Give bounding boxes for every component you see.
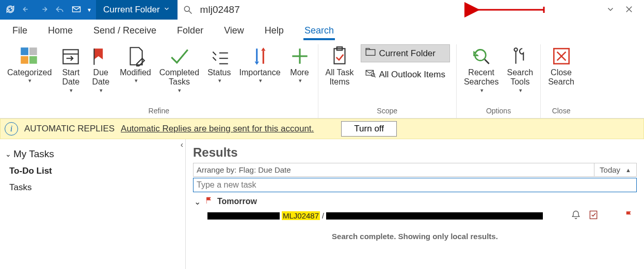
modified-button[interactable]: Modified▾: [117, 44, 154, 85]
tab-file[interactable]: File: [2, 20, 38, 41]
tab-view[interactable]: View: [214, 20, 254, 41]
categorized-icon: [19, 45, 40, 67]
svg-rect-9: [21, 56, 28, 64]
status-icon: [208, 45, 230, 67]
svg-rect-10: [29, 56, 37, 64]
results-heading: Results: [193, 143, 637, 163]
chevron-down-icon: [163, 5, 170, 15]
svg-point-1: [184, 6, 189, 11]
all-task-items-button[interactable]: All Task Items: [323, 44, 357, 88]
redacted-text: [207, 212, 280, 220]
tab-search[interactable]: Search: [294, 20, 344, 41]
svg-point-25: [372, 73, 375, 76]
task-row[interactable]: MLJ02487 /: [193, 209, 637, 223]
sync-icon[interactable]: [5, 4, 15, 16]
search-status-text: Search complete. Showing only local resu…: [193, 223, 637, 250]
due-date-button[interactable]: Due Date▾: [87, 44, 115, 94]
tools-icon: [509, 45, 531, 67]
info-icon: i: [5, 122, 18, 136]
qat-overflow-icon[interactable]: ▾: [88, 6, 91, 13]
notice-link[interactable]: Automatic Replies are being sent for thi…: [121, 124, 314, 134]
folder-icon: [365, 48, 376, 59]
annotation-arrow-icon: [472, 2, 549, 18]
close-search-button[interactable]: Close Search: [545, 44, 577, 88]
completed-tasks-button[interactable]: Completed Tasks▾: [156, 44, 202, 94]
turn-off-button[interactable]: Turn off: [341, 121, 397, 137]
new-task-input[interactable]: [197, 180, 633, 190]
start-date-icon: [60, 45, 82, 67]
group-label-close: Close: [552, 107, 571, 117]
svg-rect-0: [73, 7, 81, 12]
nav-header-my-tasks[interactable]: ⌄ My Tasks: [0, 145, 185, 163]
tab-help[interactable]: Help: [254, 20, 294, 41]
svg-rect-34: [590, 211, 597, 219]
notice-title: AUTOMATIC REPLIES: [24, 124, 115, 134]
more-icon: [289, 45, 311, 67]
tab-send-receive[interactable]: Send / Receive: [83, 20, 167, 41]
svg-rect-8: [29, 47, 37, 55]
categorized-button[interactable]: Categorized▾: [4, 44, 55, 85]
arrange-by-button[interactable]: Arrange by: Flag: Due Date: [194, 163, 594, 176]
clipboard-check-icon: [329, 45, 350, 67]
tab-home[interactable]: Home: [38, 20, 83, 41]
svg-rect-21: [334, 48, 345, 63]
nav-collapse-icon[interactable]: ‹: [181, 140, 183, 149]
group-label-scope: Scope: [377, 107, 397, 117]
svg-line-28: [485, 59, 489, 63]
reply-icon[interactable]: [55, 4, 65, 16]
due-date-icon: [90, 45, 111, 67]
tab-folder[interactable]: Folder: [167, 20, 214, 41]
modified-icon: [125, 45, 147, 67]
group-label-refine: Refine: [149, 107, 169, 117]
importance-icon: [249, 45, 271, 67]
flag-icon: [205, 196, 213, 207]
close-search-icon: [551, 45, 572, 67]
sort-asc-icon: ▲: [625, 167, 631, 173]
chevron-down-icon: ⌄: [5, 150, 11, 158]
arrange-sort-button[interactable]: Today ▲: [594, 163, 636, 176]
task-check-icon[interactable]: [588, 210, 599, 222]
menu-bar: File Home Send / Receive Folder View Hel…: [0, 20, 644, 41]
mail-icon[interactable]: [71, 4, 82, 16]
recent-searches-button[interactable]: Recent Searches▾: [461, 44, 502, 94]
start-date-button[interactable]: Start Date▾: [57, 44, 85, 94]
svg-point-29: [514, 48, 517, 51]
current-folder-button[interactable]: Current Folder: [361, 44, 450, 62]
svg-rect-23: [366, 49, 376, 55]
group-label-options: Options: [486, 107, 511, 117]
separator-text: /: [322, 212, 324, 220]
status-button[interactable]: Status▾: [204, 44, 234, 85]
search-tools-button[interactable]: Search Tools▾: [504, 44, 536, 94]
nav-item-tasks[interactable]: Tasks: [0, 179, 185, 196]
all-outlook-items-button[interactable]: All Outlook Items: [361, 65, 450, 83]
importance-button[interactable]: Importance▾: [236, 44, 284, 85]
recent-searches-icon: [471, 45, 492, 67]
search-scope-label: Current Folder: [103, 5, 160, 15]
redacted-text: [326, 212, 543, 220]
group-tomorrow[interactable]: ⌄ Tomorrow: [193, 192, 637, 209]
search-expand-icon[interactable]: [606, 5, 615, 15]
envelope-search-icon: [365, 69, 376, 80]
undo-icon[interactable]: [22, 4, 32, 16]
auto-reply-notice: i AUTOMATIC REPLIES Automatic Replies ar…: [0, 119, 644, 139]
svg-line-2: [189, 11, 191, 14]
search-icon: [183, 5, 193, 15]
chevron-down-icon: ⌄: [194, 197, 201, 207]
more-button[interactable]: More▾: [286, 44, 314, 85]
svg-line-26: [375, 76, 376, 77]
flag-icon[interactable]: [624, 210, 634, 221]
search-match-text: MLJ02487: [282, 211, 320, 220]
search-close-icon[interactable]: [624, 5, 634, 15]
svg-rect-24: [366, 70, 374, 75]
completed-icon: [168, 45, 190, 67]
svg-rect-7: [21, 47, 28, 55]
reminder-icon[interactable]: [571, 210, 581, 222]
nav-item-to-do-list[interactable]: To-Do List: [0, 163, 185, 179]
search-scope-dropdown[interactable]: Current Folder: [96, 0, 178, 20]
redo-icon[interactable]: [38, 4, 49, 16]
